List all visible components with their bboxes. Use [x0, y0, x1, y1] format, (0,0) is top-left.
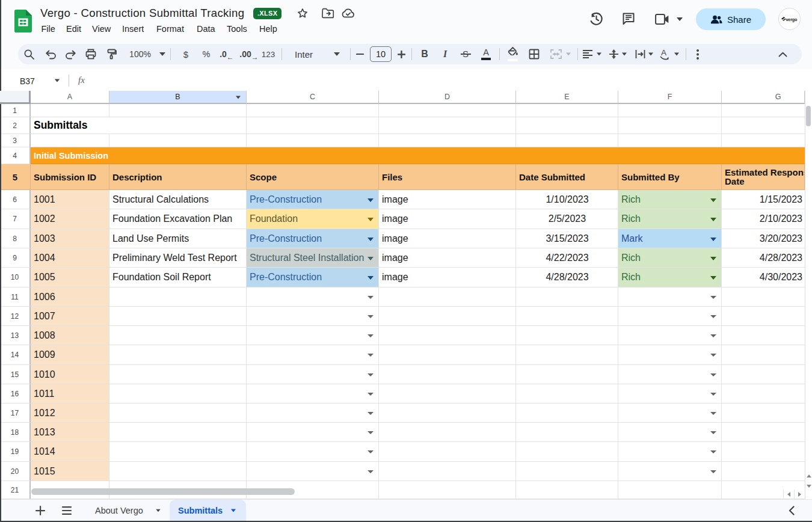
svg-text:vergo: vergo: [786, 17, 798, 22]
